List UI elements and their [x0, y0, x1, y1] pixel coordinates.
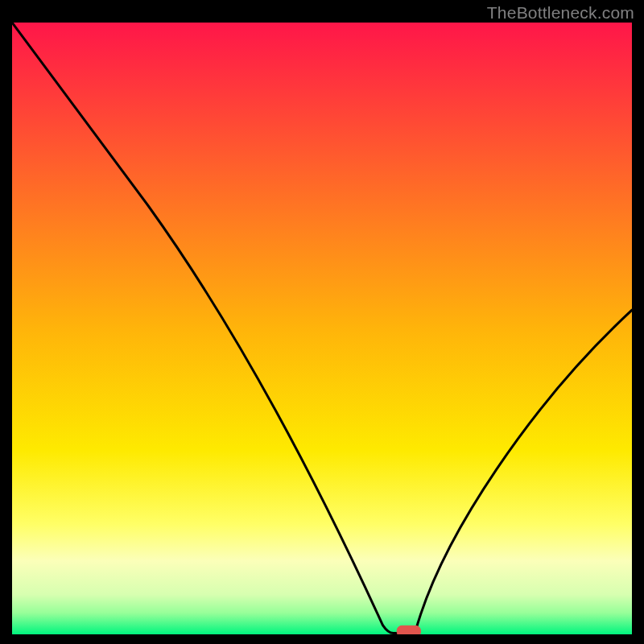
chart-svg: [12, 23, 632, 634]
chart-container: TheBottleneck.com: [0, 0, 644, 644]
optimum-marker: [397, 625, 420, 634]
watermark-text: TheBottleneck.com: [487, 3, 634, 23]
gradient-background: [12, 23, 632, 634]
plot-area: [12, 23, 632, 634]
